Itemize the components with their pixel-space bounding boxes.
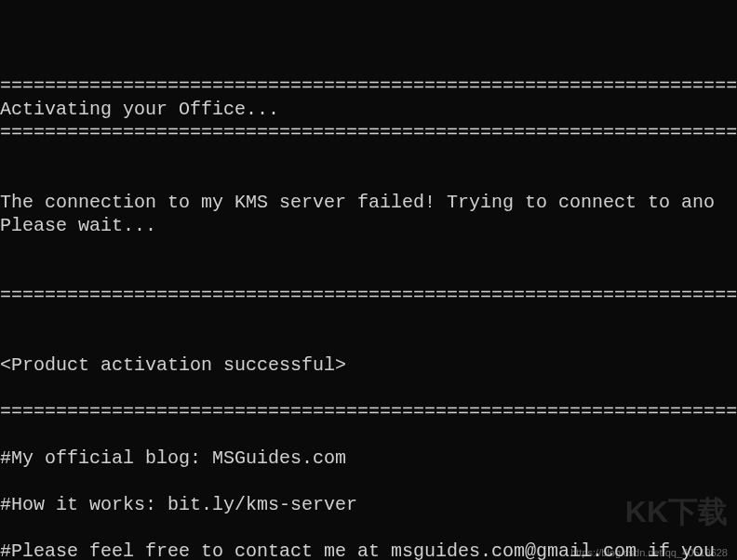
divider-line: ========================================… — [0, 284, 737, 307]
blank-line — [0, 307, 737, 330]
blank-line — [0, 167, 737, 191]
divider-line: ========================================… — [0, 74, 737, 98]
blank-line — [0, 377, 737, 400]
blank-line — [0, 516, 737, 540]
howitworks-info: #How it works: bit.ly/kms-server — [0, 493, 737, 516]
connection-message: The connection to my KMS server failed! … — [0, 191, 737, 214]
contact-info: #Please feel free to contact me at msgui… — [0, 540, 737, 560]
blank-line — [0, 28, 737, 51]
terminal-window: ========================================… — [0, 0, 737, 560]
blank-line — [0, 51, 737, 74]
blog-info: #My official blog: MSGuides.com — [0, 447, 737, 470]
divider-line: ========================================… — [0, 121, 737, 144]
activation-title: Activating your Office... — [0, 98, 737, 121]
blank-line — [0, 260, 737, 284]
blank-line — [0, 237, 737, 260]
blank-line — [0, 5, 737, 28]
activation-result: <Product activation successful> — [0, 353, 737, 377]
wait-message: Please wait... — [0, 214, 737, 237]
blank-line — [0, 330, 737, 353]
blank-line — [0, 144, 737, 167]
divider-line: ========================================… — [0, 400, 737, 423]
blank-line — [0, 470, 737, 493]
blank-line — [0, 423, 737, 447]
